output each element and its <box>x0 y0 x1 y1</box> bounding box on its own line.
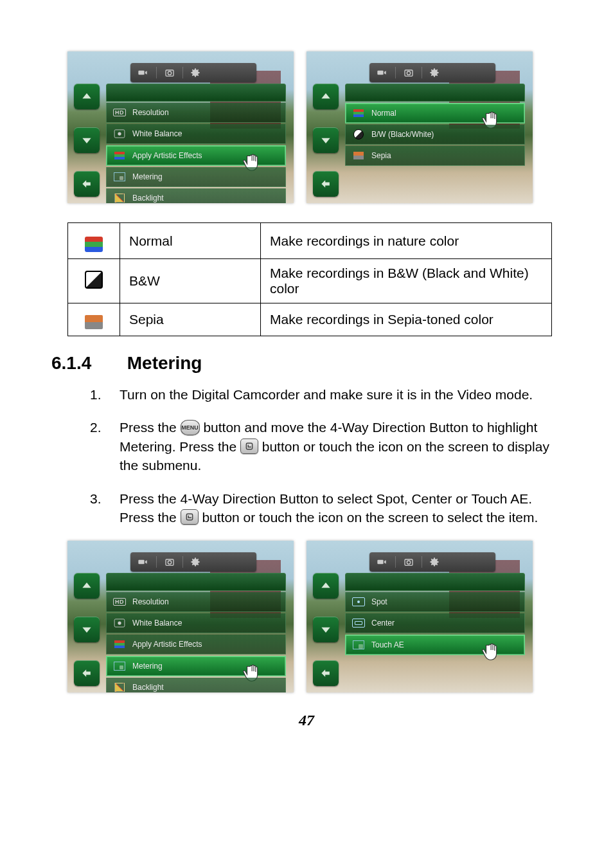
video-tab-icon[interactable] <box>136 557 150 567</box>
photo-tab-icon[interactable] <box>402 68 415 78</box>
menu-item-label: Apply Artistic Effects <box>132 151 202 160</box>
menu-item[interactable]: Metering <box>106 167 286 187</box>
step-number: 1. <box>90 385 120 404</box>
step-text: Press the MENU button and move the 4-Way… <box>120 418 562 475</box>
section-heading: 6.1.4 Metering <box>51 353 562 374</box>
hand-pointer-icon <box>481 639 505 664</box>
option-name: Normal <box>120 223 261 259</box>
back-button[interactable] <box>313 660 339 686</box>
menu-item[interactable]: Center <box>345 613 525 633</box>
sepia-swatch-icon <box>85 315 103 329</box>
menu-item-label: Spot <box>371 597 387 606</box>
menu-item-label: Apply Artistic Effects <box>132 640 202 649</box>
back-button[interactable] <box>74 171 100 197</box>
menu-item-label: Sepia <box>371 151 391 160</box>
mode-tabs[interactable] <box>369 552 495 572</box>
menu-item[interactable]: White Balance <box>106 613 286 633</box>
mode-tabs[interactable] <box>369 63 495 82</box>
photo-tab-icon[interactable] <box>163 557 176 567</box>
settings-tab-icon[interactable] <box>190 67 201 78</box>
option-name: Sepia <box>120 303 261 336</box>
hd-icon: HD <box>113 107 126 118</box>
metering-icon <box>113 661 126 671</box>
divider <box>395 556 396 568</box>
option-description: Make recordings in nature color <box>261 223 552 259</box>
scroll-down-button[interactable] <box>74 617 100 642</box>
menu-item[interactable]: Backlight <box>106 678 286 692</box>
photo-tab-icon[interactable] <box>402 557 415 567</box>
steps-list: 1. Turn on the Digital Camcorder and mak… <box>51 385 562 527</box>
menu-item-label: Touch AE <box>371 640 404 649</box>
menu-item[interactable]: Apply Artistic Effects <box>106 145 286 166</box>
divider <box>182 67 183 78</box>
menu-item[interactable]: Apply Artistic Effects <box>106 635 286 655</box>
menu-header <box>345 84 525 102</box>
settings-tab-icon[interactable] <box>190 556 201 568</box>
white-balance-icon <box>113 618 126 628</box>
option-description: Make recordings in B&W (Black and White)… <box>261 259 552 303</box>
video-tab-icon[interactable] <box>375 68 389 78</box>
scroll-up-button[interactable] <box>313 84 339 109</box>
step-1: 1. Turn on the Digital Camcorder and mak… <box>90 385 562 404</box>
menu-item-label: Metering <box>132 172 163 181</box>
nav-sidebar <box>74 573 103 686</box>
menu-item[interactable]: Metering <box>106 656 286 676</box>
option-name: B&W <box>120 259 261 303</box>
menu-header <box>345 573 525 591</box>
menu-item[interactable]: Touch AE <box>345 635 525 655</box>
scroll-down-button[interactable] <box>313 617 339 642</box>
enter-button-icon <box>240 439 258 454</box>
table-row: SepiaMake recordings in Sepia-toned colo… <box>68 303 552 336</box>
effects-table: NormalMake recordings in nature colorB&W… <box>67 222 552 336</box>
menu-item-label: Metering <box>132 662 163 671</box>
menu-item-label: Center <box>371 619 395 628</box>
hd-icon: HD <box>113 597 126 607</box>
menu-item[interactable]: Spot <box>345 592 525 612</box>
menu-list: HDResolutionWhite BalanceApply Artistic … <box>106 573 286 692</box>
menu-item-label: White Balance <box>132 129 182 138</box>
center-icon <box>352 618 365 628</box>
menu-item[interactable]: B/W (Black/White) <box>345 125 525 145</box>
back-button[interactable] <box>313 171 339 197</box>
menu-item-label: White Balance <box>132 619 182 628</box>
effects-icon <box>113 150 126 161</box>
enter-button-icon <box>181 509 199 525</box>
svg-rect-0 <box>246 444 252 449</box>
manual-page: HDResolutionWhite BalanceApply Artistic … <box>0 0 613 755</box>
scroll-up-button[interactable] <box>313 573 339 599</box>
menu-item-label: Normal <box>371 109 396 118</box>
video-tab-icon[interactable] <box>136 68 150 78</box>
scroll-up-button[interactable] <box>74 84 100 109</box>
menu-item[interactable]: HDResolution <box>106 592 286 612</box>
photo-tab-icon[interactable] <box>163 68 176 78</box>
mode-tabs[interactable] <box>130 63 256 82</box>
menu-item[interactable]: Sepia <box>345 146 525 166</box>
step-number: 2. <box>90 418 120 475</box>
effects-table-body: NormalMake recordings in nature colorB&W… <box>68 223 552 336</box>
screenshot-top-left: HDResolutionWhite BalanceApply Artistic … <box>67 51 294 203</box>
menu-item[interactable]: White Balance <box>106 124 286 144</box>
menu-list: NormalB/W (Black/White)Sepia <box>345 84 525 166</box>
divider <box>156 556 157 568</box>
effects-icon <box>113 639 126 649</box>
menu-item[interactable]: Normal <box>345 103 525 123</box>
scroll-down-button[interactable] <box>74 127 100 153</box>
settings-tab-icon[interactable] <box>429 556 440 568</box>
mode-tabs[interactable] <box>130 552 256 572</box>
menu-item-label: Resolution <box>132 108 169 117</box>
menu-item[interactable]: Backlight <box>106 188 286 203</box>
scroll-up-button[interactable] <box>74 573 100 599</box>
divider <box>182 556 183 568</box>
text-fragment: button or touch the icon on the screen t… <box>202 510 538 525</box>
page-number: 47 <box>51 712 562 729</box>
settings-tab-icon[interactable] <box>429 67 440 78</box>
divider <box>422 67 422 78</box>
back-button[interactable] <box>74 660 100 686</box>
video-tab-icon[interactable] <box>375 557 389 567</box>
section-title: Metering <box>127 353 202 373</box>
menu-item[interactable]: HDResolution <box>106 103 286 123</box>
nav-sidebar <box>74 84 103 197</box>
scroll-down-button[interactable] <box>313 127 339 153</box>
divider <box>395 67 396 78</box>
nav-sidebar <box>313 573 342 686</box>
